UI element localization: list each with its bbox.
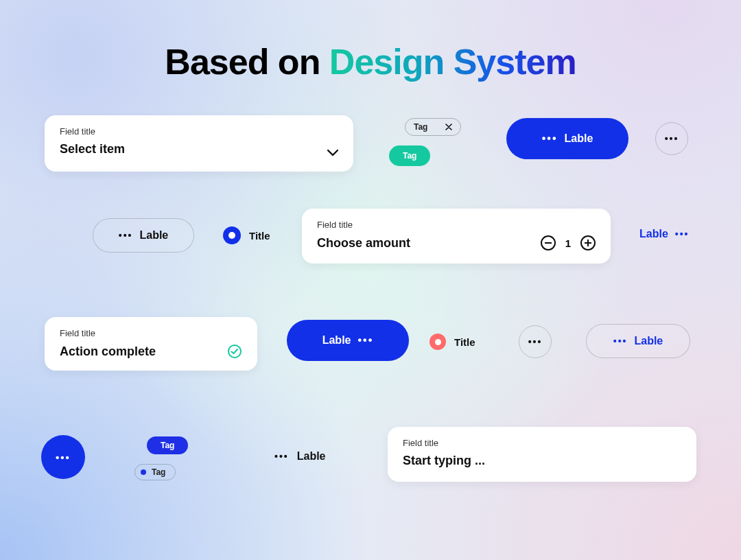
more-icon: •••	[528, 336, 543, 347]
button-label: Lable	[639, 228, 668, 240]
more-icon: •••	[274, 451, 289, 462]
more-icon: •••	[56, 452, 71, 463]
secondary-button-blue-text[interactable]: ••• Lable	[586, 324, 690, 358]
button-label: Lable	[565, 132, 593, 145]
dot-icon	[141, 469, 146, 475]
svg-rect-0	[545, 242, 552, 244]
more-icon: •••	[119, 230, 133, 241]
text-button[interactable]: ••• Lable	[274, 450, 326, 463]
button-label: Lable	[634, 335, 663, 347]
field-title-label: Field title	[403, 438, 681, 448]
quantity-value: 1	[565, 237, 571, 249]
radio-selected-icon	[430, 334, 446, 350]
fab-button[interactable]: •••	[41, 435, 85, 479]
field-title-label: Field title	[317, 220, 596, 230]
amount-field-card: Field title Choose amount 1	[302, 209, 611, 264]
minus-button[interactable]	[541, 235, 556, 250]
chevron-down-icon[interactable]	[327, 150, 338, 156]
select-field-card[interactable]: Field title Select item	[45, 115, 353, 172]
radio-option-blue[interactable]: Title	[223, 226, 270, 244]
tag-blue[interactable]: Tag	[147, 436, 188, 454]
status-field-value: Action complete	[60, 345, 156, 359]
icon-button-more[interactable]: •••	[519, 325, 552, 358]
field-title-label: Field title	[60, 126, 338, 137]
select-field-value: Select item	[60, 142, 338, 156]
tag-outline-dismissible[interactable]: Tag	[405, 118, 461, 136]
more-icon: •••	[613, 336, 628, 347]
tag-dot-outline[interactable]: Tag	[134, 464, 176, 480]
primary-button[interactable]: ••• Lable	[506, 118, 628, 159]
plus-button[interactable]	[580, 235, 596, 250]
checkmark-circle-icon	[227, 344, 242, 359]
text-input-card[interactable]: Field title Start typing ...	[388, 427, 696, 482]
button-label: Lable	[322, 334, 351, 347]
button-label: Lable	[297, 450, 326, 463]
radio-option-coral[interactable]: Title	[430, 334, 475, 350]
primary-button-trailing[interactable]: Lable •••	[287, 320, 409, 361]
tag-label: Tag	[161, 441, 174, 450]
radio-label: Title	[249, 230, 270, 242]
radio-label: Title	[454, 336, 475, 348]
field-title-label: Field title	[60, 328, 242, 338]
tag-teal[interactable]: Tag	[389, 145, 430, 166]
status-field-card: Field title Action complete	[45, 317, 257, 371]
close-icon[interactable]	[445, 124, 452, 130]
tag-label: Tag	[152, 467, 165, 477]
secondary-button-outline[interactable]: ••• Lable	[93, 218, 194, 253]
tag-label: Tag	[403, 151, 416, 161]
more-icon: •••	[357, 334, 373, 347]
amount-field-value: Choose amount	[317, 236, 410, 250]
button-label: Lable	[139, 229, 168, 242]
quantity-stepper: 1	[541, 235, 596, 250]
text-input-placeholder: Start typing ...	[403, 454, 681, 468]
link-button[interactable]: Lable •••	[639, 228, 690, 240]
icon-button-more[interactable]: •••	[655, 122, 688, 155]
page-heading: Based on Design System	[0, 41, 741, 82]
heading-highlight: Design System	[329, 42, 576, 82]
more-icon: •••	[675, 229, 690, 240]
more-icon: •••	[665, 133, 679, 144]
tag-label: Tag	[414, 122, 427, 132]
more-icon: •••	[542, 132, 558, 145]
radio-selected-icon	[223, 226, 241, 244]
heading-plain: Based on	[165, 42, 329, 82]
